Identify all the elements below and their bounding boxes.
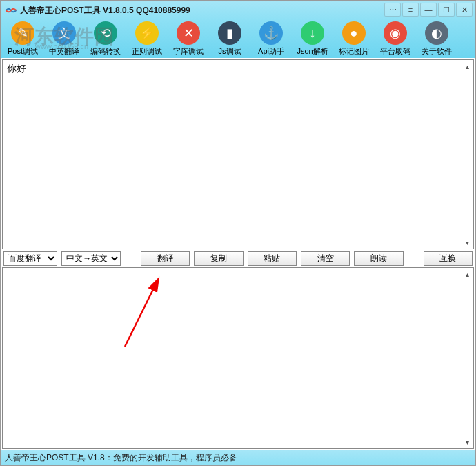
mark-icon: ● xyxy=(342,21,366,45)
toolbar-post-icon[interactable]: ✎Post调试 xyxy=(2,20,43,58)
minimize-button[interactable]: — xyxy=(420,3,437,17)
api-icon: ⚓ xyxy=(259,21,283,45)
toolbar-label: 关于软件 xyxy=(422,46,452,57)
settings-button[interactable]: ≡ xyxy=(402,3,419,17)
toolbar-label: 中英翻译 xyxy=(49,46,79,57)
paste-button[interactable]: 粘贴 xyxy=(248,251,297,266)
code-icon: ◉ xyxy=(384,21,407,45)
toolbar-code-icon[interactable]: ◉平台取码 xyxy=(375,20,416,58)
post-icon: ✎ xyxy=(11,21,34,45)
scroll-up-icon[interactable]: ▴ xyxy=(462,269,472,279)
toolbar-mark-icon[interactable]: ●标记图片 xyxy=(333,20,375,58)
toolbar-label: Post调试 xyxy=(8,46,38,57)
help-button[interactable]: ⋯ xyxy=(384,3,401,17)
app-icon xyxy=(5,6,17,14)
toolbar-label: 编码转换 xyxy=(90,46,121,57)
direction-select[interactable]: 中文→英文 xyxy=(61,251,121,266)
controls-row: 百度翻译 中文→英文 翻译 复制 粘贴 清空 朗读 互换 xyxy=(2,249,474,267)
toolbar: 河东软件园 www.pc0359.cn ✎Post调试文中英翻译⟲编码转换⚡正则… xyxy=(1,20,475,58)
toolbar-api-icon[interactable]: ⚓Api助手 xyxy=(250,20,292,58)
engine-select[interactable]: 百度翻译 xyxy=(3,251,57,266)
swap-button[interactable]: 互换 xyxy=(424,251,473,266)
titlebar[interactable]: 人善帝王心POST工具 V1.8.0.5 QQ410885999 ⋯ ≡ — ☐… xyxy=(1,1,475,20)
toolbar-label: 正则调试 xyxy=(132,46,162,57)
app-window: 人善帝王心POST工具 V1.8.0.5 QQ410885999 ⋯ ≡ — ☐… xyxy=(0,0,476,466)
statusbar: 人善帝王心POST工具 V1.8：免费的开发辅助工具，程序员必备 xyxy=(1,450,475,465)
scroll-down-icon[interactable]: ▾ xyxy=(462,437,472,447)
translate-button[interactable]: 翻译 xyxy=(141,251,190,266)
toolbar-regex-icon[interactable]: ⚡正则调试 xyxy=(126,20,168,58)
encode-icon: ⟲ xyxy=(94,21,117,45)
window-title: 人善帝王心POST工具 V1.8.0.5 QQ410885999 xyxy=(20,5,190,17)
toolbar-label: Json解析 xyxy=(297,46,328,57)
about-icon: ◐ xyxy=(425,21,448,45)
toolbar-encode-icon[interactable]: ⟲编码转换 xyxy=(85,20,126,58)
scroll-down-icon[interactable]: ▾ xyxy=(462,237,472,247)
toolbar-label: Api助手 xyxy=(258,46,284,57)
translate-icon: 文 xyxy=(52,21,76,45)
output-textarea[interactable] xyxy=(3,268,461,448)
toolbar-label: 字库调试 xyxy=(173,46,204,57)
close-button[interactable]: ✕ xyxy=(456,3,473,17)
content-area: ▴ ▾ 百度翻译 中文→英文 翻译 复制 粘贴 清空 朗读 互换 ▴ ▾ xyxy=(1,58,475,450)
scroll-up-icon[interactable]: ▴ xyxy=(462,61,472,71)
toolbar-about-icon[interactable]: ◐关于软件 xyxy=(416,20,457,58)
input-textarea-wrap: ▴ ▾ xyxy=(2,59,474,249)
json-icon: ↓ xyxy=(301,21,324,45)
toolbar-label: Js调试 xyxy=(219,46,241,57)
js-icon: ▮ xyxy=(218,21,241,45)
toolbar-js-icon[interactable]: ▮Js调试 xyxy=(209,20,250,58)
clear-button[interactable]: 清空 xyxy=(301,251,350,266)
toolbar-json-icon[interactable]: ↓Json解析 xyxy=(292,20,333,58)
status-text: 人善帝王心POST工具 V1.8：免费的开发辅助工具，程序员必备 xyxy=(5,452,237,464)
maximize-button[interactable]: ☐ xyxy=(438,3,455,17)
toolbar-label: 平台取码 xyxy=(380,46,410,57)
speak-button[interactable]: 朗读 xyxy=(354,251,403,266)
regex-icon: ⚡ xyxy=(135,21,159,45)
toolbar-font-icon[interactable]: ✕字库调试 xyxy=(168,20,209,58)
toolbar-label: 标记图片 xyxy=(339,46,369,57)
font-icon: ✕ xyxy=(177,21,200,45)
toolbar-translate-icon[interactable]: 文中英翻译 xyxy=(43,20,85,58)
output-textarea-wrap: ▴ ▾ xyxy=(2,267,474,449)
copy-button[interactable]: 复制 xyxy=(194,251,243,266)
window-controls: ⋯ ≡ — ☐ ✕ xyxy=(384,3,473,17)
input-textarea[interactable] xyxy=(3,60,461,249)
